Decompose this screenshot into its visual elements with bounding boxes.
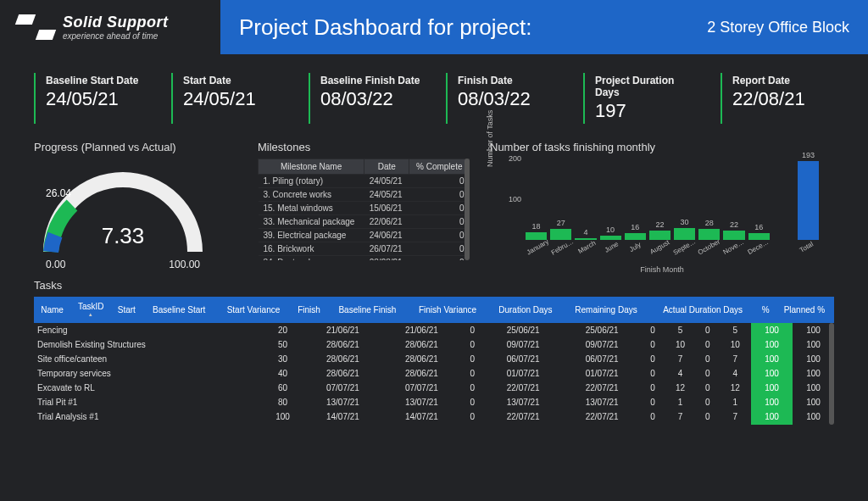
kpi-report-date: Report Date 22/08/21 bbox=[721, 73, 834, 124]
milestone-row[interactable]: 15. Metal windows15/06/210 bbox=[259, 202, 470, 215]
bar[interactable]: 18 bbox=[526, 222, 547, 240]
kpi-duration: Project Duration Days 197 bbox=[583, 73, 697, 124]
tasks-table[interactable]: NameTaskID▴StartBaseline StartStart Vari… bbox=[34, 297, 834, 323]
gauge-planned-value: 26.04 bbox=[46, 187, 71, 199]
y-axis-label: Number of Tasks bbox=[486, 110, 494, 167]
tasks-col-header[interactable]: Finish Variance bbox=[408, 297, 488, 323]
mid-row: Progress (Planned vs Actual) 26.04 7.33 … bbox=[0, 132, 868, 269]
tasks-panel: Tasks NameTaskID▴StartBaseline StartStar… bbox=[0, 269, 868, 425]
task-row[interactable]: Trial Pit #18013/07/2113/07/21013/07/211… bbox=[34, 395, 834, 409]
ms-col-date[interactable]: Date bbox=[364, 159, 409, 175]
x-tick: July bbox=[623, 237, 648, 256]
milestone-row[interactable]: 3. Concrete works24/05/210 bbox=[259, 188, 470, 202]
logo-text: Solid Support experience ahead of time bbox=[63, 14, 168, 41]
x-tick: Nove… bbox=[721, 237, 745, 256]
logo-block: Solid Support experience ahead of time bbox=[0, 0, 220, 54]
brand-tagline: experience ahead of time bbox=[63, 31, 168, 41]
kpi-finish: Finish Date 08/03/22 bbox=[446, 73, 559, 124]
task-row[interactable]: Fencing2021/06/2121/06/21025/06/2125/06/… bbox=[34, 323, 834, 337]
x-tick bbox=[770, 237, 794, 256]
gauge-max: 100.00 bbox=[169, 259, 200, 270]
x-axis-label: Finish Month bbox=[490, 265, 834, 274]
task-row[interactable]: Demolish Existing Structures5028/06/2128… bbox=[34, 337, 834, 352]
ms-col-pc[interactable]: % Complete bbox=[409, 159, 470, 175]
progress-gauge[interactable]: 26.04 7.33 0.00 100.00 bbox=[34, 159, 212, 269]
tasks-col-header[interactable]: Duration Days bbox=[487, 297, 563, 323]
x-tick: October bbox=[697, 237, 721, 256]
bar-chart-title: Number of tasks finishing monthly bbox=[490, 141, 834, 153]
logo-icon bbox=[17, 14, 54, 40]
x-tick: Dece… bbox=[745, 237, 770, 256]
gauge-min: 0.00 bbox=[46, 259, 65, 270]
x-tick: Total bbox=[794, 237, 819, 256]
tasks-col-header[interactable]: Baseline Start bbox=[142, 297, 216, 323]
x-tick: March bbox=[574, 237, 598, 256]
tasks-scroll[interactable]: Fencing2021/06/2121/06/21025/06/2125/06/… bbox=[34, 323, 834, 425]
bar[interactable]: 27 bbox=[550, 219, 571, 240]
milestones-panel: Milestones Milestone Name Date % Complet… bbox=[258, 141, 470, 269]
kpi-baseline-finish: Baseline Finish Date 08/03/22 bbox=[309, 73, 422, 124]
tasks-bar-chart-panel: Number of tasks finishing monthly Number… bbox=[490, 141, 834, 269]
project-name: 2 Storey Office Block bbox=[707, 19, 849, 36]
progress-gauge-panel: Progress (Planned vs Actual) 26.04 7.33 … bbox=[34, 141, 237, 269]
bar[interactable]: 28 bbox=[698, 219, 720, 240]
milestones-scroll[interactable]: Milestone Name Date % Complete 1. Piling… bbox=[258, 159, 470, 260]
x-tick: January bbox=[526, 237, 550, 256]
gauge-actual-value: 7.33 bbox=[34, 223, 212, 249]
milestone-row[interactable]: 16. Brickwork26/07/210 bbox=[259, 242, 470, 256]
task-row[interactable]: Trial Analysis #110014/07/2114/07/21022/… bbox=[34, 409, 834, 424]
tasks-bar-chart[interactable]: Number of Tasks 200 100 1827410162230282… bbox=[490, 159, 834, 269]
milestone-row[interactable]: 33. Mechanical package22/06/210 bbox=[259, 215, 470, 229]
page-title: Project Dashboard for project: bbox=[239, 14, 531, 41]
header: Solid Support experience ahead of time P… bbox=[0, 0, 868, 54]
task-row[interactable]: Excavate to RL6007/07/2107/07/21022/07/2… bbox=[34, 381, 834, 395]
kpi-start: Start Date 24/05/21 bbox=[171, 73, 285, 124]
tasks-col-header[interactable]: Remaining Days bbox=[563, 297, 648, 323]
tasks-col-header[interactable]: Start Variance bbox=[216, 297, 291, 323]
milestone-row[interactable]: 1. Piling (rotary)24/05/210 bbox=[259, 175, 470, 188]
task-row[interactable]: Site office/canteen3028/06/2128/06/21006… bbox=[34, 352, 834, 366]
x-tick: June bbox=[598, 237, 623, 256]
brand-name: Solid Support bbox=[63, 14, 168, 31]
bar[interactable]: 30 bbox=[674, 218, 695, 240]
tasks-col-header[interactable]: % bbox=[757, 297, 775, 323]
tasks-col-header[interactable]: Baseline Finish bbox=[327, 297, 407, 323]
title-bar: Project Dashboard for project: 2 Storey … bbox=[220, 0, 868, 54]
x-tick: August bbox=[648, 237, 672, 256]
tasks-col-header[interactable]: Finish bbox=[291, 297, 327, 323]
tasks-col-header[interactable]: Name bbox=[34, 297, 70, 323]
task-row[interactable]: Temporary roads7023/07/2123/07/21029/07/… bbox=[34, 424, 834, 425]
kpi-row: Baseline Start Date 24/05/21 Start Date … bbox=[0, 54, 868, 132]
task-row[interactable]: Temporary services4028/06/2128/06/21001/… bbox=[34, 366, 834, 381]
tasks-col-header[interactable]: Planned % bbox=[775, 297, 834, 323]
milestones-table[interactable]: Milestone Name Date % Complete 1. Piling… bbox=[258, 159, 470, 260]
milestones-title: Milestones bbox=[258, 141, 470, 153]
milestone-row[interactable]: 34. Ductwork03/08/210 bbox=[259, 256, 470, 261]
ms-col-name[interactable]: Milestone Name bbox=[259, 159, 364, 175]
bar[interactable]: 193 bbox=[798, 151, 819, 240]
x-tick: Septe… bbox=[672, 237, 698, 256]
gauge-title: Progress (Planned vs Actual) bbox=[34, 141, 237, 153]
tasks-col-header[interactable]: Actual Duration Days bbox=[649, 297, 757, 323]
tasks-title: Tasks bbox=[34, 279, 834, 292]
kpi-baseline-start: Baseline Start Date 24/05/21 bbox=[34, 73, 147, 124]
milestone-row[interactable]: 39. Electrical package24/06/210 bbox=[259, 229, 470, 242]
x-tick: Febru… bbox=[549, 237, 575, 256]
tasks-col-header[interactable]: TaskID▴ bbox=[70, 297, 111, 323]
bar[interactable]: 22 bbox=[649, 220, 670, 240]
tasks-col-header[interactable]: Start bbox=[111, 297, 142, 323]
